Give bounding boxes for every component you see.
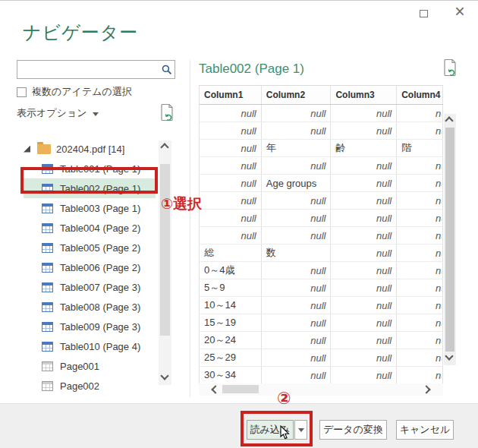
preview-cell: null	[331, 175, 397, 191]
refresh-source-button[interactable]	[159, 103, 175, 125]
tree-item[interactable]: Table006 (Page 2)	[24, 257, 156, 277]
preview-vscroll-thumb[interactable]	[445, 128, 454, 352]
preview-cell: null	[397, 279, 443, 296]
preview-cell: 総	[200, 245, 262, 261]
table-icon	[42, 263, 53, 273]
preview-row: nullnullnullnull	[200, 157, 443, 175]
close-icon: ×	[454, 2, 464, 22]
tree-item[interactable]: Table005 (Page 2)	[24, 238, 156, 257]
scroll-up-icon[interactable]	[445, 116, 453, 125]
expand-collapse-icon[interactable]	[24, 146, 30, 153]
preview-cell: null	[397, 297, 443, 314]
preview-cell: null	[262, 210, 332, 226]
scroll-left-icon[interactable]	[211, 385, 219, 393]
preview-vertical-scrollbar[interactable]	[444, 114, 456, 365]
chevron-down-icon	[298, 428, 304, 432]
preview-row: 0～4歳nullnullnull	[200, 262, 443, 279]
preview-cell: 齢	[331, 140, 397, 156]
tree-item[interactable]: Table001 (Page 1)	[24, 159, 156, 178]
preview-cell: null	[397, 105, 443, 121]
table-icon	[42, 203, 53, 213]
preview-cell: 0～4歳	[200, 262, 262, 279]
tree-item[interactable]: Table004 (Page 2)	[24, 218, 156, 238]
preview-cell: null	[262, 122, 332, 139]
scroll-down-icon[interactable]	[445, 352, 453, 360]
preview-cell: 15～19	[200, 314, 262, 331]
preview-cell: null	[200, 157, 262, 174]
preview-cell: null	[331, 245, 397, 261]
cancel-button[interactable]: キャンセル	[396, 420, 454, 440]
tree-item-label: Table007 (Page 3)	[60, 282, 140, 293]
preview-row: null年齢階	[200, 140, 443, 157]
multi-select-checkbox[interactable]	[17, 87, 27, 97]
preview-column-header: Column3	[331, 86, 397, 104]
display-options-dropdown[interactable]: 表示オプション	[17, 106, 99, 120]
tree-item-label: Page001	[60, 361, 99, 372]
scroll-right-icon[interactable]	[422, 385, 430, 393]
preview-cell: null	[331, 157, 397, 174]
preview-cell: null	[331, 227, 397, 244]
preview-cell: null	[200, 140, 262, 156]
maximize-button[interactable]	[415, 6, 432, 21]
load-button[interactable]: 読み込み	[247, 420, 294, 440]
tree-item-label: Table004 (Page 2)	[60, 222, 140, 234]
preview-cell: null	[397, 210, 443, 226]
tree-item[interactable]: Table007 (Page 3)	[24, 277, 156, 297]
preview-cell: null	[397, 122, 443, 139]
tree-item-label: Table002 (Page 1)	[60, 183, 140, 194]
tree-item[interactable]: Table008 (Page 3)	[24, 297, 156, 317]
preview-cell: null	[331, 279, 397, 296]
preview-cell: null	[262, 367, 332, 383]
preview-column-header: Column4	[397, 86, 443, 104]
preview-cell: null	[262, 349, 332, 366]
table-icon	[42, 342, 53, 352]
preview-row: nullnullnullnull	[200, 122, 443, 140]
preview-cell: null	[397, 227, 443, 244]
search-input[interactable]	[17, 61, 159, 78]
tree-item[interactable]: Page002	[24, 376, 156, 396]
preview-cell: null	[200, 122, 262, 139]
annotation-step2-label: ②	[277, 389, 291, 409]
load-split-arrow-button[interactable]	[294, 420, 307, 440]
preview-cell: 5～9	[200, 279, 262, 296]
search-icon[interactable]	[159, 65, 175, 75]
tree-item[interactable]: Page001	[24, 356, 156, 376]
preview-cell: null	[397, 157, 443, 174]
chevron-down-icon	[93, 112, 99, 116]
preview-row: nullnullnullnull	[200, 105, 443, 122]
preview-row: 20～24nullnullnull	[200, 332, 443, 349]
transform-data-button[interactable]: データの変換	[319, 420, 387, 440]
tree-scrollbar[interactable]	[159, 140, 171, 385]
preview-cell: null	[397, 192, 443, 209]
tree-item[interactable]: Table003 (Page 1)	[24, 198, 156, 218]
refresh-preview-button[interactable]	[442, 58, 458, 80]
preview-column-header: Column1	[200, 86, 262, 104]
tree-item[interactable]: Table002 (Page 1)	[24, 178, 156, 198]
preview-cell: null	[262, 332, 332, 349]
preview-row: nullnullnullnull	[200, 210, 443, 227]
tree-item[interactable]: Table009 (Page 3)	[24, 317, 156, 336]
preview-cell: null	[331, 314, 397, 331]
preview-row: nullAge groupsnullnull	[200, 175, 443, 192]
multi-select-label: 複数のアイテムの選択	[32, 85, 132, 99]
navigator-dialog: × ナビゲーター 複数のアイテムの選択 表示オプション 202404.pdf […	[0, 0, 478, 448]
preview-row: 15～19nullnullnull	[200, 314, 443, 332]
tree-root-pdf[interactable]: 202404.pdf [14]	[17, 140, 124, 158]
tree-list: Table001 (Page 1)Table002 (Page 1)Table0…	[17, 159, 158, 396]
close-button[interactable]: ×	[450, 2, 470, 21]
preview-cell: null	[331, 105, 397, 121]
preview-cell: null	[262, 192, 332, 209]
scroll-down-icon[interactable]	[160, 371, 168, 380]
table-icon	[42, 243, 53, 253]
preview-cell: null	[200, 105, 262, 121]
preview-cell: null	[262, 227, 332, 244]
preview-cell: null	[397, 175, 443, 191]
tree-item[interactable]: Table010 (Page 4)	[24, 336, 156, 356]
preview-cell: null	[200, 227, 262, 244]
dialog-title: ナビゲーター	[23, 21, 138, 45]
preview-hscroll-thumb[interactable]	[222, 385, 259, 393]
preview-horizontal-scrollbar[interactable]	[199, 383, 443, 396]
tree-scrollbar-thumb[interactable]	[160, 164, 170, 336]
preview-cell: null	[331, 262, 397, 279]
scroll-up-icon[interactable]	[160, 143, 168, 151]
